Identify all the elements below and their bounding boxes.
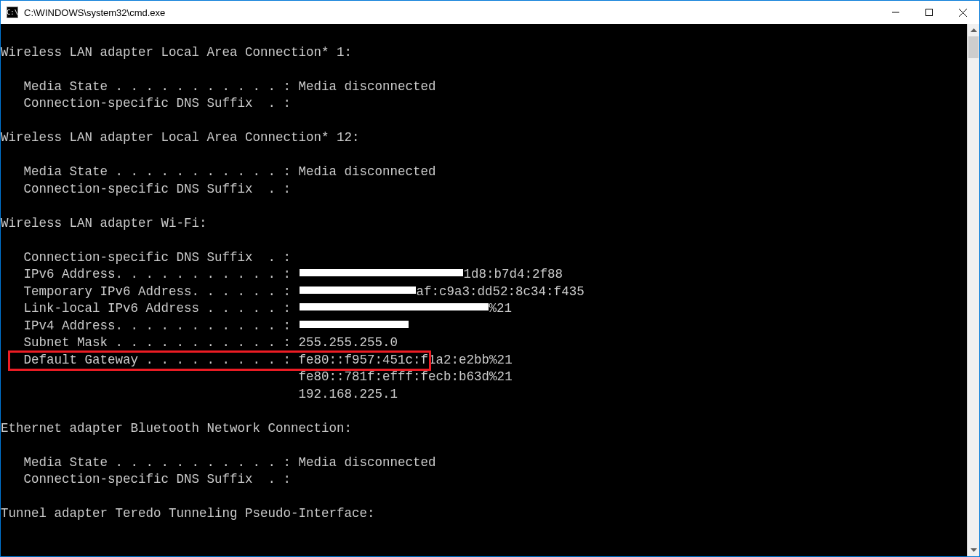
config-row: Subnet Mask . . . . . . . . . . . : 255.… — [1, 334, 967, 352]
blank-line — [1, 437, 967, 454]
redacted-value — [300, 286, 416, 294]
adapter-header: Wireless LAN adapter Wi-Fi: — [1, 215, 967, 233]
config-row: Connection-specific DNS Suffix . : — [1, 471, 967, 489]
config-row: Media State . . . . . . . . . . . : Medi… — [1, 79, 967, 96]
adapter-header: Ethernet adapter Bluetooth Network Conne… — [1, 420, 967, 438]
config-row: Temporary IPv6 Address. . . . . . : af:c… — [1, 284, 967, 301]
cmd-window: C:\ C:\WINDOWS\system32\cmd.exe Wireless… — [0, 0, 980, 557]
config-row: Media State . . . . . . . . . . . : Medi… — [1, 454, 967, 472]
adapter-header: Wireless LAN adapter Local Area Connecti… — [1, 129, 967, 147]
blank-line — [1, 403, 967, 420]
window-title: C:\WINDOWS\system32\cmd.exe — [24, 7, 165, 18]
vertical-scrollbar[interactable] — [967, 24, 979, 556]
terminal-output[interactable]: Wireless LAN adapter Local Area Connecti… — [1, 24, 967, 556]
config-row: fe80::781f:efff:fecb:b63d%21 — [1, 369, 967, 386]
blank-line — [1, 489, 967, 506]
redacted-value — [300, 269, 463, 276]
config-row: IPv6 Address. . . . . . . . . . . : 1d8:… — [1, 266, 967, 284]
maximize-button[interactable] — [912, 1, 946, 24]
close-button[interactable] — [946, 1, 979, 24]
svg-rect-1 — [926, 9, 933, 16]
blank-line — [1, 113, 967, 130]
blank-line — [1, 27, 967, 44]
config-row: Connection-specific DNS Suffix . : — [1, 249, 967, 267]
blank-line — [1, 61, 967, 79]
blank-line — [1, 147, 967, 164]
config-row: Media State . . . . . . . . . . . : Medi… — [1, 164, 967, 181]
client-area: Wireless LAN adapter Local Area Connecti… — [1, 24, 979, 556]
redacted-value — [300, 303, 489, 310]
config-row: 192.168.225.1 — [1, 386, 967, 404]
blank-line — [1, 198, 967, 215]
config-row: Default Gateway . . . . . . . . . : fe80… — [1, 352, 967, 369]
cmd-icon: C:\ — [7, 7, 18, 18]
adapter-header: Tunnel adapter Teredo Tunneling Pseudo-I… — [1, 505, 967, 523]
config-row: Connection-specific DNS Suffix . : — [1, 181, 967, 199]
window-controls — [879, 1, 979, 24]
config-row: Connection-specific DNS Suffix . : — [1, 95, 967, 113]
scroll-up-arrow[interactable] — [968, 24, 980, 36]
config-row: Link-local IPv6 Address . . . . . : %21 — [1, 300, 967, 318]
blank-line — [1, 232, 967, 249]
config-row: IPv4 Address. . . . . . . . . . . : — [1, 318, 967, 335]
adapter-header: Wireless LAN adapter Local Area Connecti… — [1, 44, 967, 62]
minimize-button[interactable] — [879, 1, 912, 24]
scroll-thumb[interactable] — [968, 36, 979, 58]
redacted-value — [300, 321, 409, 328]
scroll-down-arrow[interactable] — [968, 544, 980, 556]
titlebar[interactable]: C:\ C:\WINDOWS\system32\cmd.exe — [1, 1, 979, 24]
